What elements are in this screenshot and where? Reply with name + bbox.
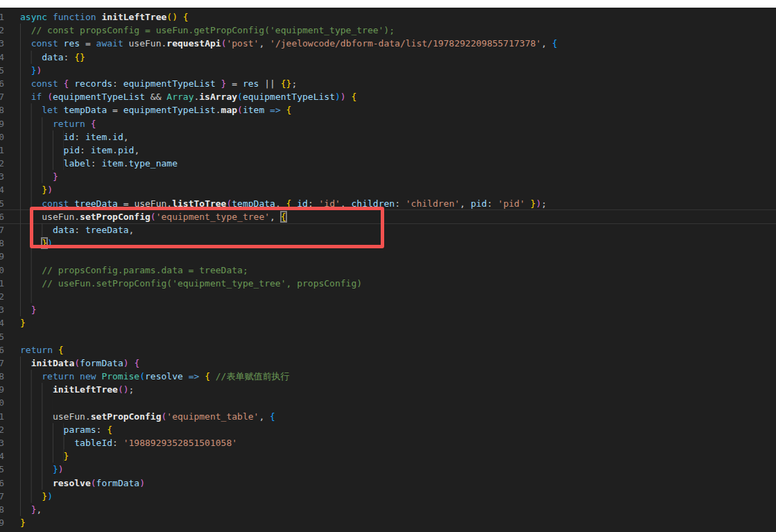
indent-guides bbox=[20, 90, 31, 103]
code-line[interactable]: 26return { bbox=[0, 343, 776, 357]
code-token: { bbox=[205, 371, 210, 381]
code-token: ) bbox=[139, 478, 145, 488]
code-token: pid bbox=[118, 145, 134, 155]
code-token: } bbox=[20, 517, 26, 528]
code-token: res bbox=[64, 38, 80, 49]
code-line[interactable]: 34} bbox=[0, 449, 776, 463]
code-token: function bbox=[53, 12, 96, 22]
code-line[interactable]: 39} bbox=[0, 516, 776, 529]
code-token: return new bbox=[42, 371, 101, 381]
code-token: ( bbox=[237, 92, 243, 102]
code-token: => bbox=[264, 105, 286, 115]
code-token: await bbox=[96, 38, 129, 49]
code-line[interactable]: 6const { records: equipmentTypeList } = … bbox=[0, 77, 776, 90]
code-line[interactable]: 29initLeftTree(); bbox=[0, 383, 776, 396]
code-line[interactable]: 17data: treeData, bbox=[0, 223, 776, 237]
code-token: equipmentTypeList bbox=[243, 92, 335, 102]
code-token: 'post' bbox=[226, 38, 259, 49]
line-number: 25 bbox=[0, 330, 5, 343]
code-line[interactable]: 36resolve(formData) bbox=[0, 477, 776, 490]
line-number: 35 bbox=[0, 463, 5, 476]
line-number: 27 bbox=[0, 357, 5, 370]
code-line[interactable]: 33tableId: '1988929352851501058' bbox=[0, 436, 776, 449]
code-line[interactable]: 12label: item.type_name bbox=[0, 157, 776, 170]
line-number: 10 bbox=[0, 130, 5, 144]
code-line[interactable]: 20// propsConfig.params.data = treeData; bbox=[0, 264, 776, 277]
code-line[interactable]: 15const treeData = useFun.listToTree(tem… bbox=[0, 197, 776, 210]
line-number: 8 bbox=[0, 103, 5, 117]
code-line[interactable]: 27initData(formData) { bbox=[0, 357, 776, 370]
indent-guides bbox=[20, 170, 53, 183]
code-line[interactable]: 1async function initLeftTree() { bbox=[0, 10, 776, 24]
code-line[interactable]: 30 bbox=[0, 396, 776, 409]
code-line[interactable]: 16useFun.setPropConfig('equipment_type_t… bbox=[0, 210, 776, 223]
indent-guides bbox=[20, 183, 42, 196]
line-number: 13 bbox=[0, 170, 5, 183]
line-number: 14 bbox=[0, 183, 5, 196]
code-token: { bbox=[58, 345, 64, 355]
code-line[interactable]: 32params: { bbox=[0, 423, 776, 436]
line-number: 21 bbox=[0, 277, 5, 290]
code-line[interactable]: 38}, bbox=[0, 503, 776, 516]
line-number: 34 bbox=[0, 449, 5, 463]
code-token: equipmentTypeList bbox=[53, 92, 145, 102]
indent-guides bbox=[20, 370, 42, 383]
matched-bracket: } bbox=[42, 238, 47, 248]
code-token: = bbox=[107, 105, 123, 115]
code-token: = bbox=[226, 78, 242, 89]
matched-bracket: { bbox=[281, 212, 286, 222]
code-line[interactable]: 2// const propsConfig = useFun.getPropCo… bbox=[0, 24, 776, 37]
code-line[interactable]: 37}) bbox=[0, 490, 776, 503]
code-line[interactable]: 28return new Promise(resolve => { //表单赋值… bbox=[0, 370, 776, 383]
line-number: 2 bbox=[0, 24, 5, 37]
code-token: params bbox=[64, 424, 96, 435]
code-line[interactable]: 4data: {} bbox=[0, 51, 776, 64]
code-token: res bbox=[243, 78, 259, 89]
code-token: { bbox=[64, 78, 75, 89]
line-number: 22 bbox=[0, 290, 5, 303]
code-token: Promise bbox=[101, 371, 139, 381]
indent-guides bbox=[20, 24, 31, 37]
code-line[interactable]: 3const res = await useFun.requestApi('po… bbox=[0, 37, 776, 50]
code-token: item bbox=[243, 105, 264, 115]
line-number: 19 bbox=[0, 250, 5, 263]
code-token: tempData bbox=[64, 105, 107, 115]
code-line[interactable]: 25 bbox=[0, 330, 776, 343]
code-line[interactable]: 18}) bbox=[0, 237, 776, 250]
code-token bbox=[210, 371, 216, 381]
code-editor[interactable]: 1async function initLeftTree() {2// cons… bbox=[0, 8, 776, 532]
code-token: initData bbox=[31, 358, 75, 368]
code-line[interactable]: 22 bbox=[0, 290, 776, 303]
code-token: : bbox=[487, 198, 498, 209]
code-line[interactable]: 23} bbox=[0, 303, 776, 316]
code-line[interactable]: 24} bbox=[0, 316, 776, 329]
code-line[interactable]: 13} bbox=[0, 170, 776, 183]
line-number: 30 bbox=[0, 396, 5, 409]
code-token: label bbox=[64, 158, 91, 169]
line-number: 29 bbox=[0, 383, 5, 396]
code-line[interactable]: 35}) bbox=[0, 463, 776, 476]
code-line[interactable]: 7if (equipmentTypeList && Array.isArray(… bbox=[0, 90, 776, 103]
code-line[interactable]: 31useFun.setPropConfig('equipment_table'… bbox=[0, 410, 776, 423]
code-line[interactable]: 19 bbox=[0, 250, 776, 263]
code-token: //表单赋值前执行 bbox=[216, 371, 290, 381]
code-line[interactable]: 5}) bbox=[0, 64, 776, 77]
code-token: , bbox=[340, 198, 352, 209]
code-line[interactable]: 9return { bbox=[0, 117, 776, 130]
line-number: 38 bbox=[0, 503, 5, 516]
indent-guides bbox=[20, 51, 42, 64]
code-token: const bbox=[42, 198, 74, 209]
indent-guides bbox=[20, 303, 31, 316]
code-line[interactable]: 8let tempData = equipmentTypeList.map(it… bbox=[0, 103, 776, 117]
code-token: , bbox=[129, 225, 135, 235]
code-line[interactable]: 11pid: item.pid, bbox=[0, 144, 776, 157]
code-line[interactable]: 14}) bbox=[0, 183, 776, 196]
code-line[interactable]: 21// useFun.setPropConfig('equipment_typ… bbox=[0, 277, 776, 290]
line-number: 24 bbox=[0, 316, 5, 329]
code-line[interactable]: 10id: item.id, bbox=[0, 130, 776, 144]
code-token: { bbox=[270, 411, 275, 422]
code-token: , bbox=[134, 145, 139, 155]
code-token: . bbox=[123, 158, 129, 169]
indent-guides bbox=[20, 223, 53, 237]
code-token: ( bbox=[74, 358, 80, 368]
